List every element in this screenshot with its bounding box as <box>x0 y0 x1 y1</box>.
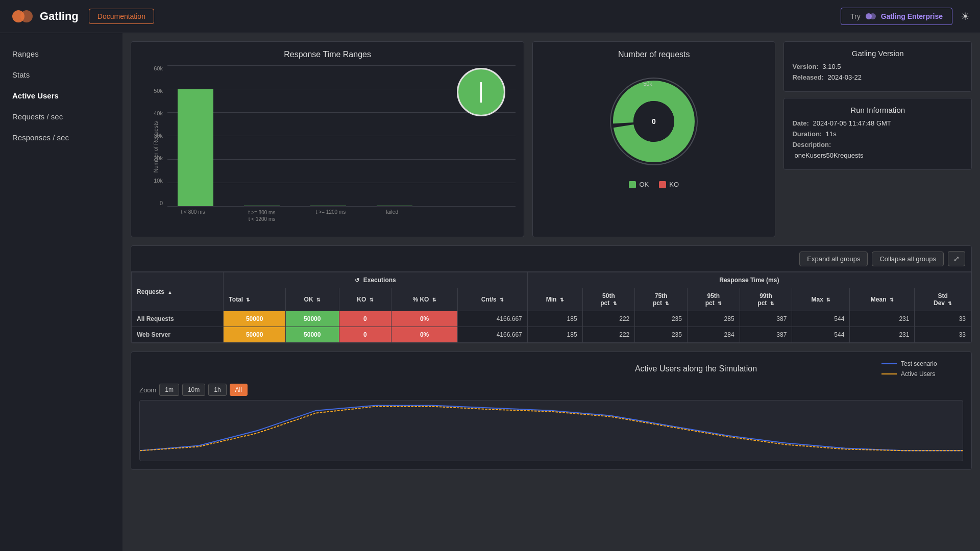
info-panels: Gatling Version Version: 3.10.5 Released… <box>783 41 972 237</box>
logo-area: Gatling <box>10 6 79 27</box>
donut-legend: OK KO <box>629 181 679 188</box>
th-executions: ↺ Executions <box>224 272 527 288</box>
main-content: Response Time Ranges 60k 50k 40k 30k 20k… <box>122 33 980 551</box>
th-ok: OK ⇅ <box>285 288 339 311</box>
stats-toolbar: Expand all groups Collapse all groups ⤢ <box>131 246 971 272</box>
theme-toggle-icon[interactable]: ☀ <box>961 10 970 22</box>
enterprise-button[interactable]: Try Gatling Enterprise <box>841 8 952 25</box>
version-label: Version: <box>792 63 818 70</box>
row2-p95: 284 <box>687 327 740 343</box>
legend-ok-label: OK <box>639 181 649 188</box>
run-info-title: Run Information <box>792 106 963 114</box>
y-axis-title: Number of Requests <box>153 121 159 173</box>
bar-t800 <box>178 89 213 206</box>
run-info-box: Run Information Date: 2024-07-05 11:47:4… <box>783 98 972 170</box>
zoom-controls: Zoom 1m 10m 1h All <box>139 384 963 396</box>
row1-min: 185 <box>527 311 582 327</box>
sidebar: Ranges Stats Active Users Requests / sec… <box>0 33 122 551</box>
enterprise-try-text: Try <box>850 12 861 20</box>
row1-pct-ko: 0% <box>391 311 458 327</box>
fullscreen-button[interactable]: ⤢ <box>948 251 965 266</box>
enterprise-name-text: Gatling Enterprise <box>881 12 943 20</box>
x-axis-labels: t < 800 ms t >= 800 mst < 1200 ms t >= 1… <box>167 206 516 229</box>
active-users-chart-area <box>139 400 963 461</box>
pie-circle <box>457 68 505 116</box>
row1-ok: 50000 <box>285 311 339 327</box>
row2-p99: 387 <box>740 327 792 343</box>
header: Gatling Documentation Try Gatling Enterp… <box>0 0 980 33</box>
th-response-time: Response Time (ms) <box>527 272 971 288</box>
th-max: Max ⇅ <box>792 288 850 311</box>
version-row: Version: 3.10.5 <box>792 63 963 70</box>
sidebar-item-responses-sec[interactable]: Responses / sec <box>0 127 122 148</box>
released-label: Released: <box>792 73 823 81</box>
sidebar-item-active-users[interactable]: Active Users <box>0 85 122 106</box>
active-users-legend: Test scenario Active Users <box>881 360 963 378</box>
row1-cnt-s: 4166.667 <box>457 311 527 327</box>
requests-chart-title: Number of requests <box>541 50 767 59</box>
svg-point-3 <box>870 13 876 19</box>
row2-min: 185 <box>527 327 582 343</box>
row2-cnt-s: 4166.667 <box>457 327 527 343</box>
description-row: Description: <box>792 141 963 148</box>
row2-p75: 235 <box>635 327 688 343</box>
svg-text:0: 0 <box>652 117 656 126</box>
donut-wrapper: 50k 0 <box>603 70 705 172</box>
duration-row: Duration: 11s <box>792 130 963 138</box>
legend-test-scenario: Test scenario <box>881 360 963 367</box>
th-mean: Mean ⇅ <box>850 288 915 311</box>
documentation-button[interactable]: Documentation <box>89 9 154 24</box>
charts-row: Response Time Ranges 60k 50k 40k 30k 20k… <box>131 41 972 237</box>
row2-pct-ko: 0% <box>391 327 458 343</box>
released-value: 2024-03-22 <box>827 73 862 81</box>
legend-test-scenario-color <box>881 363 897 364</box>
version-title: Gatling Version <box>792 49 963 58</box>
row2-std-dev: 33 <box>915 327 971 343</box>
active-users-chart-svg <box>140 400 963 461</box>
legend-ok-color <box>629 181 636 188</box>
row2-ko: 0 <box>339 327 391 343</box>
description-label: Description: <box>792 141 831 148</box>
description-value: oneKusers50Krequests <box>794 152 863 159</box>
sidebar-item-ranges[interactable]: Ranges <box>0 43 122 64</box>
svg-point-1 <box>20 10 33 22</box>
th-99th: 99thpct ⇅ <box>740 288 792 311</box>
sidebar-item-requests-sec[interactable]: Requests / sec <box>0 106 122 127</box>
date-label: Date: <box>792 119 809 127</box>
response-time-chart-title: Response Time Ranges <box>139 50 516 59</box>
row2-ok: 50000 <box>285 327 339 343</box>
fullscreen-icon: ⤢ <box>953 255 960 263</box>
version-info-box: Gatling Version Version: 3.10.5 Released… <box>783 41 972 92</box>
svg-text:50k: 50k <box>643 81 652 87</box>
zoom-all-button[interactable]: All <box>230 384 248 396</box>
zoom-1m-button[interactable]: 1m <box>159 384 179 396</box>
th-ko: KO ⇅ <box>339 288 391 311</box>
row1-p50: 222 <box>582 311 635 327</box>
th-50th: 50thpct ⇅ <box>582 288 635 311</box>
donut-container: 50k 0 OK KO <box>541 65 767 188</box>
active-users-section: Active Users along the Simulation Test s… <box>131 352 972 470</box>
row1-p95: 285 <box>687 311 740 327</box>
row2-max: 544 <box>792 327 850 343</box>
row1-ko: 0 <box>339 311 391 327</box>
legend-active-users-color <box>881 373 897 374</box>
zoom-1h-button[interactable]: 1h <box>208 384 226 396</box>
collapse-all-groups-button[interactable]: Collapse all groups <box>872 252 944 266</box>
sidebar-item-stats[interactable]: Stats <box>0 64 122 85</box>
sort-requests-icon: ▲ <box>167 290 172 295</box>
th-95th: 95thpct ⇅ <box>687 288 740 311</box>
legend-ok: OK <box>629 181 649 188</box>
duration-label: Duration: <box>792 130 822 138</box>
th-cnt-s: Cnt/s ⇅ <box>457 288 527 311</box>
th-requests: Requests ▲ <box>132 272 224 311</box>
table-row: All Requests 50000 50000 0 0% 4166.667 1… <box>132 311 971 327</box>
row1-p75: 235 <box>635 311 688 327</box>
requests-donut-chart: Number of requests <box>532 41 775 237</box>
table-row: Web Server 50000 50000 0 0% 4166.667 185… <box>132 327 971 343</box>
expand-all-groups-button[interactable]: Expand all groups <box>799 252 868 266</box>
donut-svg: 50k 0 <box>603 70 705 172</box>
duration-value: 11s <box>826 130 837 138</box>
date-row: Date: 2024-07-05 11:47:48 GMT <box>792 119 963 127</box>
zoom-10m-button[interactable]: 10m <box>182 384 205 396</box>
legend-ko-color <box>659 181 666 188</box>
